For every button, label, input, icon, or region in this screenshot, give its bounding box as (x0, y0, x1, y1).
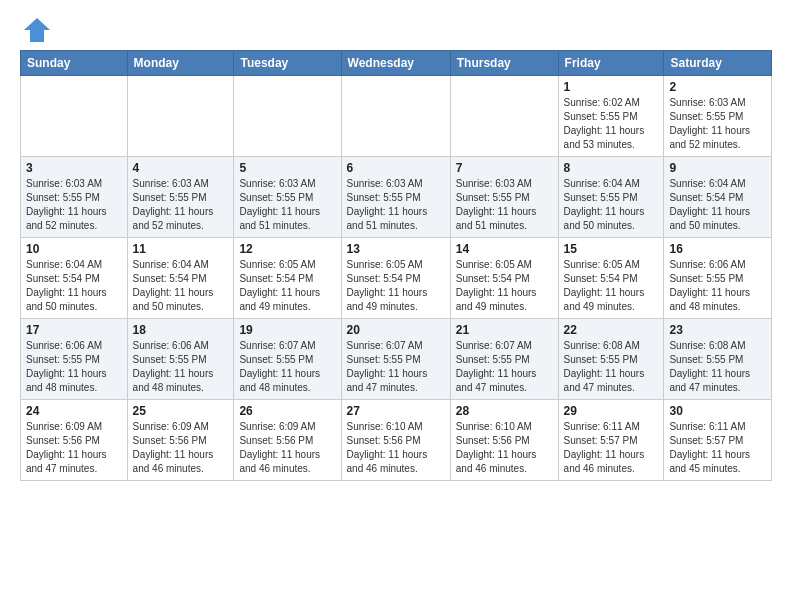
day-number: 13 (347, 242, 445, 256)
day-cell (127, 76, 234, 157)
day-cell: 29Sunrise: 6:11 AM Sunset: 5:57 PM Dayli… (558, 400, 664, 481)
weekday-friday: Friday (558, 51, 664, 76)
logo-icon (22, 16, 52, 44)
day-info: Sunrise: 6:11 AM Sunset: 5:57 PM Dayligh… (669, 420, 766, 476)
day-cell: 2Sunrise: 6:03 AM Sunset: 5:55 PM Daylig… (664, 76, 772, 157)
weekday-thursday: Thursday (450, 51, 558, 76)
day-cell: 25Sunrise: 6:09 AM Sunset: 5:56 PM Dayli… (127, 400, 234, 481)
day-number: 7 (456, 161, 553, 175)
day-info: Sunrise: 6:08 AM Sunset: 5:55 PM Dayligh… (564, 339, 659, 395)
day-info: Sunrise: 6:06 AM Sunset: 5:55 PM Dayligh… (133, 339, 229, 395)
day-number: 29 (564, 404, 659, 418)
day-number: 20 (347, 323, 445, 337)
day-info: Sunrise: 6:10 AM Sunset: 5:56 PM Dayligh… (456, 420, 553, 476)
day-number: 30 (669, 404, 766, 418)
day-info: Sunrise: 6:09 AM Sunset: 5:56 PM Dayligh… (239, 420, 335, 476)
day-cell: 20Sunrise: 6:07 AM Sunset: 5:55 PM Dayli… (341, 319, 450, 400)
day-cell: 17Sunrise: 6:06 AM Sunset: 5:55 PM Dayli… (21, 319, 128, 400)
day-number: 3 (26, 161, 122, 175)
day-cell: 19Sunrise: 6:07 AM Sunset: 5:55 PM Dayli… (234, 319, 341, 400)
day-cell: 7Sunrise: 6:03 AM Sunset: 5:55 PM Daylig… (450, 157, 558, 238)
weekday-wednesday: Wednesday (341, 51, 450, 76)
day-info: Sunrise: 6:02 AM Sunset: 5:55 PM Dayligh… (564, 96, 659, 152)
day-number: 12 (239, 242, 335, 256)
day-number: 19 (239, 323, 335, 337)
day-number: 21 (456, 323, 553, 337)
day-info: Sunrise: 6:05 AM Sunset: 5:54 PM Dayligh… (239, 258, 335, 314)
day-cell: 9Sunrise: 6:04 AM Sunset: 5:54 PM Daylig… (664, 157, 772, 238)
day-number: 4 (133, 161, 229, 175)
day-number: 25 (133, 404, 229, 418)
day-info: Sunrise: 6:09 AM Sunset: 5:56 PM Dayligh… (133, 420, 229, 476)
day-info: Sunrise: 6:03 AM Sunset: 5:55 PM Dayligh… (239, 177, 335, 233)
day-cell: 30Sunrise: 6:11 AM Sunset: 5:57 PM Dayli… (664, 400, 772, 481)
day-info: Sunrise: 6:07 AM Sunset: 5:55 PM Dayligh… (239, 339, 335, 395)
day-info: Sunrise: 6:06 AM Sunset: 5:55 PM Dayligh… (26, 339, 122, 395)
day-info: Sunrise: 6:03 AM Sunset: 5:55 PM Dayligh… (456, 177, 553, 233)
svg-marker-0 (24, 18, 50, 42)
day-number: 1 (564, 80, 659, 94)
day-info: Sunrise: 6:11 AM Sunset: 5:57 PM Dayligh… (564, 420, 659, 476)
day-number: 16 (669, 242, 766, 256)
day-number: 10 (26, 242, 122, 256)
day-info: Sunrise: 6:05 AM Sunset: 5:54 PM Dayligh… (347, 258, 445, 314)
day-number: 28 (456, 404, 553, 418)
day-cell: 11Sunrise: 6:04 AM Sunset: 5:54 PM Dayli… (127, 238, 234, 319)
day-cell (341, 76, 450, 157)
day-number: 6 (347, 161, 445, 175)
day-info: Sunrise: 6:03 AM Sunset: 5:55 PM Dayligh… (26, 177, 122, 233)
page: SundayMondayTuesdayWednesdayThursdayFrid… (0, 0, 792, 497)
weekday-sunday: Sunday (21, 51, 128, 76)
day-info: Sunrise: 6:03 AM Sunset: 5:55 PM Dayligh… (133, 177, 229, 233)
day-cell: 13Sunrise: 6:05 AM Sunset: 5:54 PM Dayli… (341, 238, 450, 319)
day-number: 14 (456, 242, 553, 256)
day-cell: 27Sunrise: 6:10 AM Sunset: 5:56 PM Dayli… (341, 400, 450, 481)
day-number: 22 (564, 323, 659, 337)
day-cell: 24Sunrise: 6:09 AM Sunset: 5:56 PM Dayli… (21, 400, 128, 481)
day-cell: 10Sunrise: 6:04 AM Sunset: 5:54 PM Dayli… (21, 238, 128, 319)
day-info: Sunrise: 6:05 AM Sunset: 5:54 PM Dayligh… (564, 258, 659, 314)
day-info: Sunrise: 6:07 AM Sunset: 5:55 PM Dayligh… (347, 339, 445, 395)
day-cell (450, 76, 558, 157)
day-cell: 22Sunrise: 6:08 AM Sunset: 5:55 PM Dayli… (558, 319, 664, 400)
day-cell: 6Sunrise: 6:03 AM Sunset: 5:55 PM Daylig… (341, 157, 450, 238)
week-row-4: 24Sunrise: 6:09 AM Sunset: 5:56 PM Dayli… (21, 400, 772, 481)
week-row-2: 10Sunrise: 6:04 AM Sunset: 5:54 PM Dayli… (21, 238, 772, 319)
day-info: Sunrise: 6:03 AM Sunset: 5:55 PM Dayligh… (347, 177, 445, 233)
day-number: 9 (669, 161, 766, 175)
day-cell: 12Sunrise: 6:05 AM Sunset: 5:54 PM Dayli… (234, 238, 341, 319)
day-info: Sunrise: 6:10 AM Sunset: 5:56 PM Dayligh… (347, 420, 445, 476)
day-number: 18 (133, 323, 229, 337)
day-info: Sunrise: 6:03 AM Sunset: 5:55 PM Dayligh… (669, 96, 766, 152)
day-info: Sunrise: 6:04 AM Sunset: 5:54 PM Dayligh… (669, 177, 766, 233)
day-cell: 4Sunrise: 6:03 AM Sunset: 5:55 PM Daylig… (127, 157, 234, 238)
day-info: Sunrise: 6:04 AM Sunset: 5:54 PM Dayligh… (133, 258, 229, 314)
day-cell: 8Sunrise: 6:04 AM Sunset: 5:55 PM Daylig… (558, 157, 664, 238)
day-cell (234, 76, 341, 157)
day-cell: 16Sunrise: 6:06 AM Sunset: 5:55 PM Dayli… (664, 238, 772, 319)
day-number: 8 (564, 161, 659, 175)
day-cell: 5Sunrise: 6:03 AM Sunset: 5:55 PM Daylig… (234, 157, 341, 238)
weekday-tuesday: Tuesday (234, 51, 341, 76)
weekday-header-row: SundayMondayTuesdayWednesdayThursdayFrid… (21, 51, 772, 76)
day-cell: 23Sunrise: 6:08 AM Sunset: 5:55 PM Dayli… (664, 319, 772, 400)
day-info: Sunrise: 6:05 AM Sunset: 5:54 PM Dayligh… (456, 258, 553, 314)
day-cell: 14Sunrise: 6:05 AM Sunset: 5:54 PM Dayli… (450, 238, 558, 319)
day-info: Sunrise: 6:07 AM Sunset: 5:55 PM Dayligh… (456, 339, 553, 395)
day-number: 23 (669, 323, 766, 337)
day-number: 24 (26, 404, 122, 418)
week-row-1: 3Sunrise: 6:03 AM Sunset: 5:55 PM Daylig… (21, 157, 772, 238)
day-info: Sunrise: 6:04 AM Sunset: 5:54 PM Dayligh… (26, 258, 122, 314)
weekday-saturday: Saturday (664, 51, 772, 76)
week-row-0: 1Sunrise: 6:02 AM Sunset: 5:55 PM Daylig… (21, 76, 772, 157)
day-cell: 1Sunrise: 6:02 AM Sunset: 5:55 PM Daylig… (558, 76, 664, 157)
week-row-3: 17Sunrise: 6:06 AM Sunset: 5:55 PM Dayli… (21, 319, 772, 400)
day-number: 26 (239, 404, 335, 418)
day-number: 27 (347, 404, 445, 418)
weekday-monday: Monday (127, 51, 234, 76)
day-number: 11 (133, 242, 229, 256)
day-cell: 3Sunrise: 6:03 AM Sunset: 5:55 PM Daylig… (21, 157, 128, 238)
day-number: 2 (669, 80, 766, 94)
day-cell: 26Sunrise: 6:09 AM Sunset: 5:56 PM Dayli… (234, 400, 341, 481)
day-cell (21, 76, 128, 157)
